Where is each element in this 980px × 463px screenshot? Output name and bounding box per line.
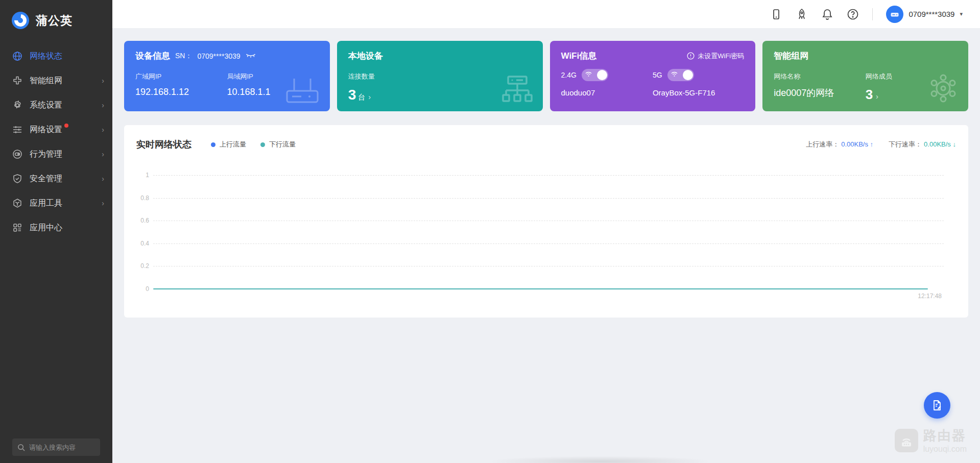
up-arrow-icon: ↑ (870, 140, 874, 148)
eye-closed-icon[interactable] (246, 53, 256, 59)
up-rate-value: 0.00KB/s ↑ (841, 140, 873, 148)
warning-text: 未设置WiFi密码 (698, 52, 744, 61)
sidebar-item-label: 智能组网 (30, 76, 62, 86)
y-tick-label: 0.8 (127, 194, 149, 202)
sidebar-item-system-settings[interactable]: 系统设置 › (0, 93, 112, 117)
toggle-knob (683, 70, 693, 80)
chevron-right-icon: › (102, 175, 104, 183)
sidebar-item-label: 网络状态 (30, 51, 62, 62)
gridline-y-1 (153, 175, 944, 176)
mobile-icon[interactable] (770, 8, 782, 20)
gridline-y-0.2 (153, 266, 944, 266)
legend-download[interactable]: 下行流量 (260, 140, 296, 149)
bell-icon[interactable] (821, 8, 833, 20)
card-title: WiFi信息 (561, 50, 597, 62)
feedback-fab-button[interactable] (924, 392, 950, 419)
chevron-right-icon: › (102, 126, 104, 134)
main-area: 0709****3039 ▾ 设备信息 SN： 0709****3039 (112, 0, 980, 463)
members-number: 3 (866, 87, 873, 102)
mesh-network-icon (927, 72, 959, 104)
wifi-icon (585, 71, 592, 77)
account-menu[interactable]: 0709****3039 ▾ (886, 6, 963, 23)
card-title: 本地设备 (348, 50, 383, 62)
x-tick-time-label: 12:17:48 (918, 293, 942, 300)
sidebar-item-behavior-management[interactable]: 行为管理 › (0, 142, 112, 166)
wifi-password-warning[interactable]: 未设置WiFi密码 (687, 52, 744, 61)
chevron-right-icon: › (102, 77, 104, 85)
chevron-down-icon: ▾ (960, 11, 963, 17)
local-devices-card[interactable]: 本地设备 连接数量 3台› (337, 41, 543, 111)
chart-legend: 上行流量 下行流量 (211, 140, 296, 149)
connection-count-label: 连接数量 (348, 72, 440, 81)
down-rate-value: 0.00KB/s ↓ (924, 140, 956, 148)
toggle-knob (597, 70, 607, 80)
summary-cards: 设备信息 SN： 0709****3039 广域网IP 192.168.1.12… (124, 41, 968, 111)
y-tick-label: 0 (127, 285, 149, 293)
app-window: 蒲公英 网络状态 智能组网 › 系统设置 › 网络设置 › (0, 0, 980, 463)
wan-ip-label: 广域网IP (135, 72, 227, 81)
up-rate-label: 上行速率： (806, 140, 839, 148)
network-name-label: 网络名称 (774, 72, 865, 81)
band-5g-label: 5G (653, 71, 662, 79)
topology-icon (501, 75, 534, 104)
y-tick-label: 1 (127, 172, 149, 179)
watermark-title: 路由器 (923, 427, 967, 445)
sidebar-item-label: 网络设置 (30, 125, 62, 135)
gridline-y-0.6 (153, 221, 944, 221)
search-input[interactable] (29, 444, 95, 451)
sn-label: SN： (175, 52, 192, 61)
watermark: 路由器 luyouqi.com (895, 427, 967, 454)
sidebar-item-label: 行为管理 (30, 149, 62, 160)
y-tick-label: 0.4 (127, 240, 149, 247)
sidebar-item-label: 系统设置 (30, 100, 62, 111)
wifi-info-card[interactable]: WiFi信息 未设置WiFi密码 2.4G (550, 41, 756, 111)
sidebar-item-security-management[interactable]: 安全管理 › (0, 166, 112, 191)
sidebar-nav: 网络状态 智能组网 › 系统设置 › 网络设置 › 行为管理 › (0, 44, 112, 240)
avatar (886, 6, 903, 23)
networking-icon (12, 76, 22, 86)
shield-check-icon (12, 174, 22, 184)
ssid-2g4: duoduo07 (561, 88, 653, 97)
sidebar-item-label: 应用中心 (30, 223, 62, 233)
legend-label: 下行流量 (269, 140, 296, 149)
help-icon[interactable] (847, 8, 859, 20)
connection-count-value[interactable]: 3台› (348, 87, 440, 103)
account-id: 0709****3039 (909, 10, 954, 18)
chart-title: 实时网络状态 (136, 138, 192, 151)
smart-networking-card[interactable]: 智能组网 网络名称 ide0007的网络 网络成员 3› (762, 41, 968, 111)
toolbox-icon (12, 198, 22, 208)
legend-upload[interactable]: 上行流量 (211, 140, 246, 149)
chevron-right-icon: › (102, 150, 104, 158)
wifi-5g-toggle[interactable] (667, 69, 694, 81)
count-unit: 台 (358, 93, 365, 101)
brand-name: 蒲公英 (36, 13, 73, 29)
sliders-icon (12, 125, 22, 135)
card-title: 智能组网 (774, 50, 808, 62)
down-rate-label: 下行速率： (889, 140, 922, 148)
router-watermark-icon (895, 429, 918, 452)
content: 设备信息 SN： 0709****3039 广域网IP 192.168.1.12… (112, 28, 980, 463)
sidebar-item-network-settings[interactable]: 网络设置 › (0, 117, 112, 142)
wan-ip-value: 192.168.1.12 (135, 87, 227, 98)
sidebar-item-app-tools[interactable]: 应用工具 › (0, 191, 112, 215)
globe-icon (12, 51, 22, 61)
gridline-y-0.8 (153, 198, 944, 199)
chevron-right-icon[interactable]: › (368, 92, 371, 101)
sidebar-item-network-status[interactable]: 网络状态 (0, 44, 112, 68)
sidebar-item-app-center[interactable]: 应用中心 (0, 215, 112, 240)
gear-icon (12, 100, 22, 110)
alert-circle-icon (687, 52, 695, 60)
divider (872, 8, 873, 20)
device-info-card[interactable]: 设备信息 SN： 0709****3039 广域网IP 192.168.1.12… (124, 41, 330, 111)
download-series-line (153, 288, 928, 289)
wifi-2g4-toggle[interactable] (582, 69, 608, 81)
gridline-y-0.4 (153, 243, 944, 244)
watermark-subtitle: luyouqi.com (923, 445, 967, 454)
sidebar-item-smart-networking[interactable]: 智能组网 › (0, 68, 112, 93)
card-title: 设备信息 (135, 50, 170, 62)
chevron-right-icon[interactable]: › (876, 92, 878, 101)
apps-grid-icon (12, 223, 22, 233)
band-2g4-label: 2.4G (561, 71, 577, 79)
rocket-icon[interactable] (796, 8, 808, 20)
count-number: 3 (348, 87, 356, 103)
